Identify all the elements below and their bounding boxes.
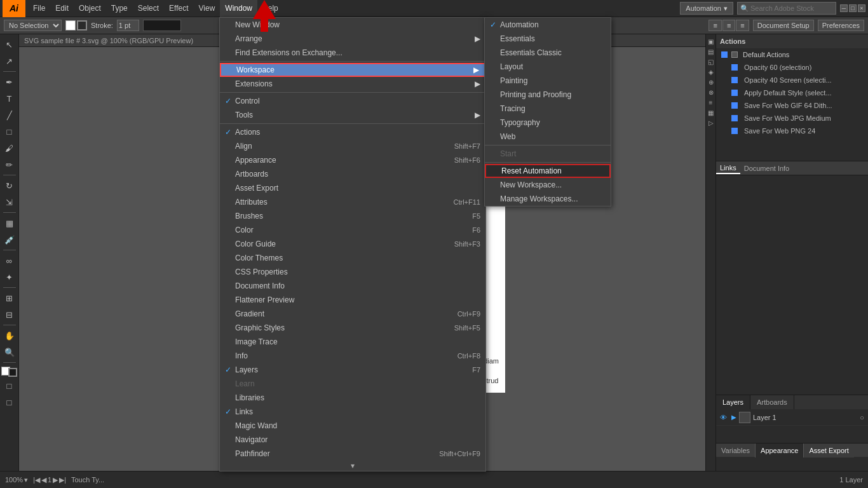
menu-align[interactable]: Align Shift+F7: [220, 139, 485, 153]
ws-layout[interactable]: Layout: [485, 60, 611, 74]
menu-workspace[interactable]: Workspace ▶: [220, 63, 485, 77]
gradient-tool[interactable]: ▦: [2, 215, 17, 231]
menu-edit[interactable]: Edit: [50, 0, 74, 17]
layer-expand-arrow[interactable]: ▶: [731, 414, 736, 421]
menu-appearance[interactable]: Appearance Shift+F6: [220, 153, 485, 167]
menu-pathfinder[interactable]: Pathfinder Shift+Ctrl+F9: [220, 447, 485, 461]
workspace-dropdown[interactable]: Automation ▾: [680, 2, 733, 15]
menu-image-trace[interactable]: Image Trace: [220, 335, 485, 349]
menu-control[interactable]: ✓ Control: [220, 94, 485, 108]
sidebar-icon-4[interactable]: ◈: [707, 67, 715, 76]
menu-document-info[interactable]: Document Info: [220, 279, 485, 293]
ws-typography[interactable]: Typography: [485, 116, 611, 130]
hand-tool[interactable]: ✋: [2, 328, 17, 343]
sidebar-icon-2[interactable]: ▤: [707, 47, 715, 56]
tab-links[interactable]: Links: [716, 163, 740, 174]
stroke-input[interactable]: [117, 20, 139, 31]
menu-select[interactable]: Select: [133, 0, 164, 17]
preferences-btn[interactable]: Preferences: [818, 20, 864, 31]
sidebar-icon-7[interactable]: ≡: [707, 98, 715, 107]
document-setup-btn[interactable]: Document Setup: [753, 20, 814, 31]
menu-flattener-preview[interactable]: Flattener Preview: [220, 293, 485, 307]
default-actions-group[interactable]: Default Actions: [716, 48, 868, 61]
appearance-tab[interactable]: Appearance: [756, 444, 804, 458]
zoom-tool[interactable]: 🔍: [2, 344, 17, 360]
menu-file[interactable]: File: [28, 0, 50, 17]
ws-automation[interactable]: ✓ Automation: [485, 18, 611, 32]
sidebar-icon-1[interactable]: ▣: [707, 37, 715, 46]
menu-graphic-styles[interactable]: Graphic Styles Shift+F5: [220, 321, 485, 335]
layers-tab[interactable]: Layers: [716, 395, 750, 409]
shape-tool[interactable]: □: [2, 124, 17, 139]
align-center-btn[interactable]: ≡: [722, 20, 735, 31]
menu-type[interactable]: Type: [106, 0, 133, 17]
selection-dropdown[interactable]: No Selection: [4, 20, 62, 31]
align-left-btn[interactable]: ≡: [709, 20, 721, 31]
eyedropper-tool[interactable]: 💉: [2, 232, 17, 247]
action-item-3[interactable]: Apply Default Style (select...: [716, 86, 868, 99]
rotate-tool[interactable]: ↻: [2, 178, 17, 193]
ws-tracing[interactable]: Tracing: [485, 102, 611, 116]
restore-btn[interactable]: □: [849, 4, 857, 12]
menu-window[interactable]: Window: [220, 0, 257, 17]
menu-color-guide[interactable]: Color Guide Shift+F3: [220, 237, 485, 251]
symbol-tool[interactable]: ✦: [2, 269, 17, 285]
menu-effect[interactable]: Effect: [164, 0, 193, 17]
blend-tool[interactable]: ∞: [2, 253, 17, 268]
action-item-5[interactable]: Save For Web JPG Medium: [716, 112, 868, 125]
zoom-control[interactable]: 100% ▾: [5, 476, 28, 484]
artboards-tab[interactable]: Artboards: [750, 395, 794, 409]
stroke-color[interactable]: [77, 20, 87, 30]
asset-export-tab[interactable]: Asset Export: [804, 444, 853, 458]
action-item-2[interactable]: Opacity 40 Screen (selecti...: [716, 74, 868, 86]
normal-mode[interactable]: □: [2, 378, 17, 393]
menu-magic-wand[interactable]: Magic Wand: [220, 419, 485, 433]
menu-libraries[interactable]: Libraries: [220, 391, 485, 405]
page-nav[interactable]: |◀ ◀ 1 ▶ ▶|: [33, 476, 66, 484]
ws-reset-automation[interactable]: Reset Automation: [485, 164, 611, 178]
direct-select-tool[interactable]: ↗: [2, 53, 17, 69]
pen-tool[interactable]: ✒: [2, 74, 17, 90]
menu-view[interactable]: View: [194, 0, 220, 17]
menu-css-properties[interactable]: CSS Properties: [220, 265, 485, 279]
menu-actions[interactable]: ✓ Actions: [220, 125, 485, 139]
artboard-tool[interactable]: ⊞: [2, 290, 17, 306]
fill-color[interactable]: [65, 20, 76, 30]
action-item-6[interactable]: Save For Web PNG 24: [716, 125, 868, 137]
line-tool[interactable]: ╱: [2, 107, 17, 123]
menu-object[interactable]: Object: [74, 0, 106, 17]
menu-color-themes[interactable]: Color Themes: [220, 251, 485, 265]
action-item-4[interactable]: Save For Web GIF 64 Dith...: [716, 99, 868, 112]
sidebar-icon-5[interactable]: ⊕: [707, 78, 715, 86]
stroke-swatch[interactable]: [8, 368, 17, 377]
layer-row-1[interactable]: 👁 ▶ Layer 1 ○: [716, 409, 868, 426]
tab-document-info[interactable]: Document Info: [740, 163, 794, 173]
select-tool[interactable]: ↖: [2, 37, 17, 52]
ws-web[interactable]: Web: [485, 130, 611, 144]
ws-essentials-classic[interactable]: Essentials Classic: [485, 46, 611, 60]
ws-painting[interactable]: Painting: [485, 74, 611, 88]
menu-tools[interactable]: Tools ▶: [220, 108, 485, 122]
scale-tool[interactable]: ⇲: [2, 194, 17, 210]
menu-brushes[interactable]: Brushes F5: [220, 209, 485, 223]
menu-info[interactable]: Info Ctrl+F8: [220, 349, 485, 363]
menu-extensions[interactable]: Extensions ▶: [220, 77, 485, 91]
sidebar-icon-6[interactable]: ⊗: [707, 88, 715, 97]
sidebar-icon-3[interactable]: ◱: [707, 57, 715, 66]
menu-gradient[interactable]: Gradient Ctrl+F9: [220, 307, 485, 321]
ws-manage-workspaces[interactable]: Manage Workspaces...: [485, 192, 611, 206]
menu-navigator[interactable]: Navigator: [220, 433, 485, 447]
draw-behind-mode[interactable]: □: [2, 395, 17, 410]
search-input[interactable]: [750, 4, 833, 12]
ws-essentials[interactable]: Essentials: [485, 32, 611, 46]
action-item-1[interactable]: Opacity 60 (selection): [716, 61, 868, 74]
sidebar-icon-8[interactable]: ▦: [707, 108, 715, 117]
menu-color[interactable]: Color F6: [220, 223, 485, 237]
eye-icon[interactable]: 👁: [720, 414, 729, 421]
menu-artboards[interactable]: Artboards: [220, 167, 485, 181]
align-right-btn[interactable]: ≡: [736, 20, 749, 31]
menu-layers[interactable]: ✓ Layers F7: [220, 363, 485, 377]
pencil-tool[interactable]: ✏: [2, 157, 17, 172]
slice-tool[interactable]: ⊟: [2, 307, 17, 322]
sidebar-icon-9[interactable]: ▷: [707, 118, 715, 127]
